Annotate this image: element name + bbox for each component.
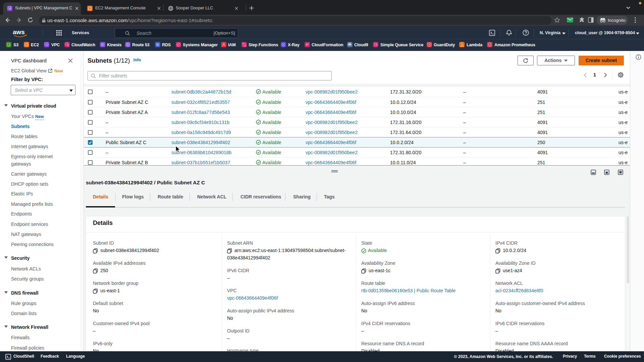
svg-text:aws: aws: [13, 29, 25, 36]
